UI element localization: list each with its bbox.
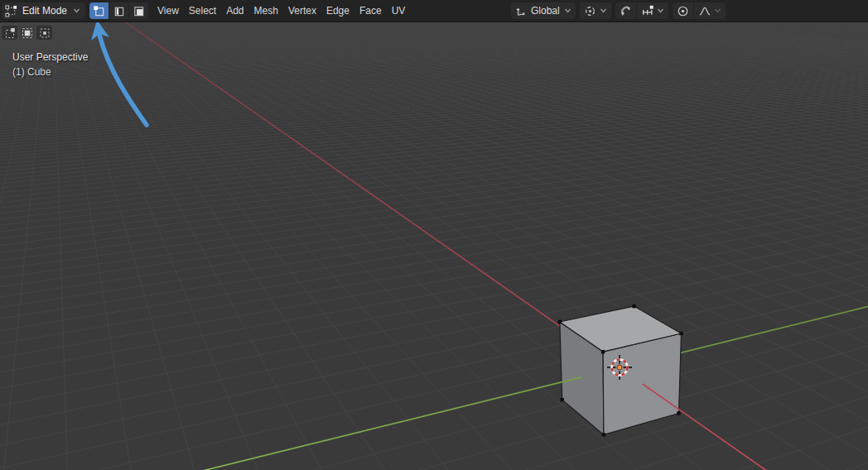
menu-add[interactable]: Add [221,2,248,19]
menu-view[interactable]: View [152,2,184,19]
face-select-icon [133,5,145,17]
proportional-falloff-dropdown[interactable] [694,2,726,19]
mode-dropdown[interactable]: Edit Mode [2,2,85,19]
proportional-editing-toggle[interactable] [673,2,693,19]
view-perspective-label: User Perspective [12,51,88,63]
snap-target-dropdown[interactable] [637,2,668,19]
select-mode-group [89,2,148,19]
orientation-label: Global [531,5,560,17]
header-bar: Edit Mode [0,0,868,22]
menu-edge[interactable]: Edge [321,2,354,19]
mini-select-fill-icon [22,27,33,39]
falloff-curve-icon [698,5,711,17]
header-right-controls: Global [511,2,726,19]
face-select-button[interactable] [129,2,148,19]
viewport-3d[interactable] [0,0,868,470]
orientation-axes-icon [515,5,527,17]
chevron-down-icon [714,8,721,13]
menu-vertex[interactable]: Vertex [283,2,321,19]
proportional-editing-icon [677,5,689,17]
mini-select-center-icon [39,27,51,39]
menu-select[interactable]: Select [184,2,221,19]
transform-orientation-dropdown[interactable]: Global [511,2,576,19]
menu-uv[interactable]: UV [387,2,411,19]
pivot-point-icon [584,5,596,17]
snap-toggle-button[interactable] [615,2,636,19]
snap-group [615,2,668,19]
chevron-down-icon [657,8,664,13]
chevron-down-icon [600,8,607,13]
edge-select-button[interactable] [109,2,128,19]
chevron-down-icon [73,8,80,13]
edge-select-icon [113,5,125,17]
mini-select-corner-button[interactable] [2,26,17,40]
chevron-down-icon [564,8,571,13]
mini-select-corner-icon [4,27,16,39]
snap-magnet-icon [620,5,632,17]
vertex-select-icon [93,5,105,17]
mini-select-fill-button[interactable] [19,26,35,40]
menu-face[interactable]: Face [354,2,387,19]
mini-select-center-button[interactable] [36,26,52,40]
proportional-edit-group [673,2,726,19]
edit-mode-icon [5,5,17,17]
mode-label: Edit Mode [22,5,67,17]
menu-bar: View Select Add Mesh Vertex Edge Face UV [152,2,410,19]
pivot-point-dropdown[interactable] [580,2,611,19]
vertex-select-button[interactable] [89,2,108,19]
menu-mesh[interactable]: Mesh [249,2,283,19]
snap-increment-icon [641,5,654,17]
blender-window: Edit Mode [0,0,868,470]
active-object-label: (1) Cube [12,66,51,78]
mini-toolbar [2,26,52,40]
